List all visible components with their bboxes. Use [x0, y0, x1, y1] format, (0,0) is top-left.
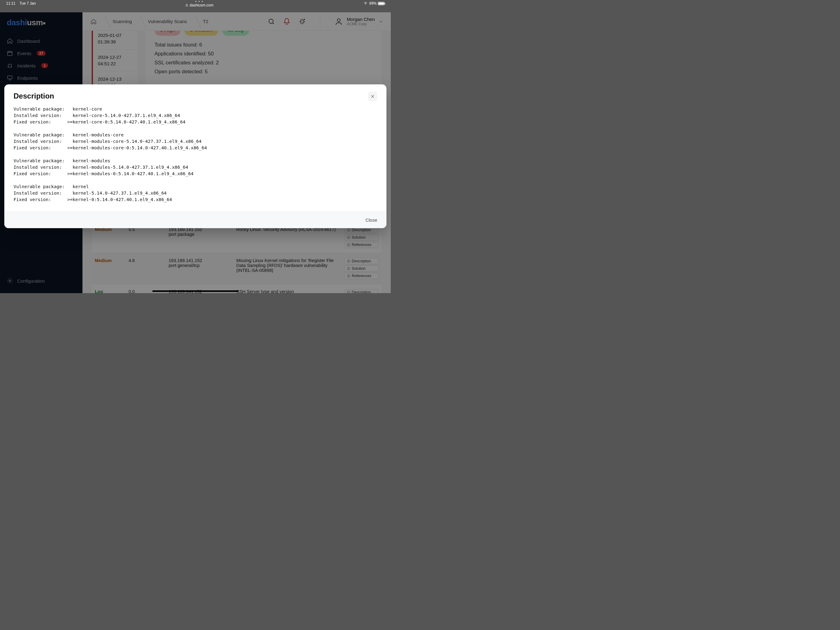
svg-rect-0: [186, 5, 188, 6]
browser-url[interactable]: dashiusm.com: [36, 3, 363, 7]
modal-title: Description: [14, 92, 54, 100]
multitask-dots[interactable]: • • •: [36, 0, 363, 3]
status-date: Tue 7 Jan: [19, 1, 36, 6]
svg-point-1: [365, 4, 366, 5]
battery-pct: 89%: [369, 1, 377, 6]
modal-overlay[interactable]: Description Vulnerable package: kernel-c…: [0, 12, 391, 293]
status-time: 11:11: [6, 1, 16, 6]
ipad-status-bar: 11:11 Tue 7 Jan • • • dashiusm.com 89%: [0, 0, 391, 7]
modal-close-button[interactable]: Close: [366, 217, 377, 223]
description-modal: Description Vulnerable package: kernel-c…: [4, 84, 387, 228]
modal-close-x[interactable]: [368, 92, 377, 101]
home-indicator[interactable]: [152, 290, 238, 292]
battery-icon: [378, 2, 385, 5]
modal-body: Vulnerable package: kernel-core Installe…: [4, 101, 387, 212]
wifi-icon: [363, 2, 368, 5]
close-icon: [371, 94, 375, 98]
